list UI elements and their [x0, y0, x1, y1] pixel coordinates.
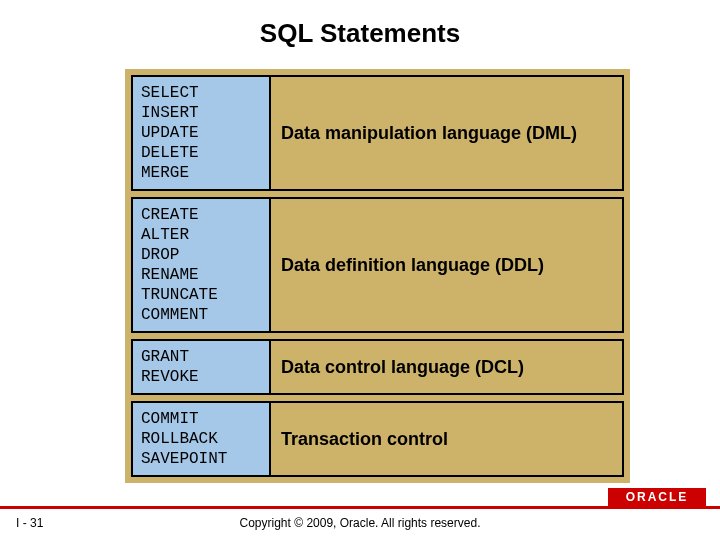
- description-cell: Transaction control: [271, 401, 624, 477]
- statements-table-inner: SELECT INSERT UPDATE DELETE MERGE Data m…: [131, 75, 624, 477]
- table-row: SELECT INSERT UPDATE DELETE MERGE Data m…: [131, 75, 624, 191]
- statements-table: SELECT INSERT UPDATE DELETE MERGE Data m…: [125, 69, 630, 483]
- description-cell: Data manipulation language (DML): [271, 75, 624, 191]
- commands-cell: GRANT REVOKE: [131, 339, 271, 395]
- table-row: GRANT REVOKE Data control language (DCL): [131, 339, 624, 395]
- description-cell: Data definition language (DDL): [271, 197, 624, 333]
- description-cell: Data control language (DCL): [271, 339, 624, 395]
- slide-title: SQL Statements: [0, 0, 720, 57]
- slide: SQL Statements SELECT INSERT UPDATE DELE…: [0, 0, 720, 540]
- commands-cell: SELECT INSERT UPDATE DELETE MERGE: [131, 75, 271, 191]
- footer: ORACLE I - 31 Copyright © 2009, Oracle. …: [0, 494, 720, 540]
- copyright-text: Copyright © 2009, Oracle. All rights res…: [0, 516, 720, 530]
- commands-cell: COMMIT ROLLBACK SAVEPOINT: [131, 401, 271, 477]
- oracle-logo: ORACLE: [608, 488, 706, 506]
- footer-divider: [0, 506, 720, 509]
- table-row: COMMIT ROLLBACK SAVEPOINT Transaction co…: [131, 401, 624, 477]
- table-row: CREATE ALTER DROP RENAME TRUNCATE COMMEN…: [131, 197, 624, 333]
- commands-cell: CREATE ALTER DROP RENAME TRUNCATE COMMEN…: [131, 197, 271, 333]
